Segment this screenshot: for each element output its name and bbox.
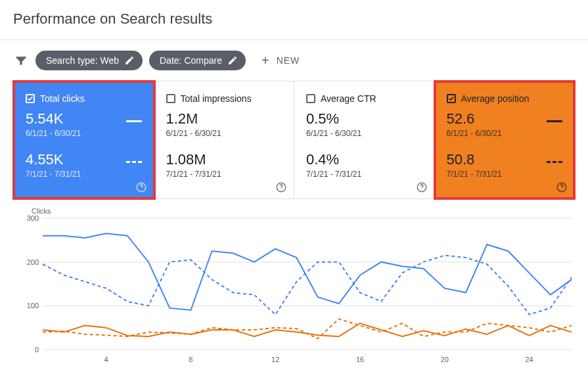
date-range-a: 6/1/21 - 6/30/21 [447,129,502,138]
checkbox-icon[interactable] [306,94,315,103]
svg-text:16: 16 [356,356,364,363]
svg-text:24: 24 [525,356,533,363]
svg-point-3 [281,189,281,190]
svg-text:200: 200 [27,258,39,266]
legend-line-dashed [126,161,142,163]
svg-point-7 [561,189,562,190]
svg-text:8: 8 [189,356,192,363]
help-icon[interactable] [416,181,428,193]
svg-text:20: 20 [441,356,449,363]
metric-card-total-impressions[interactable]: Total impressions1.2M6/1/21 - 6/30/211.0… [154,81,295,198]
metric-card-total-clicks[interactable]: Total clicks5.54K6/1/21 - 6/30/214.55K7/… [14,81,154,198]
date-range-b: 7/1/21 - 7/31/21 [166,170,221,179]
legend-line-solid [547,120,562,122]
metric-label: Total clicks [40,93,85,104]
filter-icon[interactable] [13,53,29,68]
performance-chart: 01002003004812162024 [13,215,575,366]
metric-value-b: 1.08M [166,151,221,168]
checkbox-icon[interactable] [447,94,456,103]
date-compare-chip[interactable]: Date: Compare [149,51,246,70]
date-range-a: 6/1/21 - 6/30/21 [166,129,221,138]
metric-label: Average position [461,93,530,104]
checkbox-icon[interactable] [166,94,175,103]
search-type-chip[interactable]: Search type: Web [35,51,143,70]
metric-value-b: 50.8 [447,151,502,168]
date-range-b: 7/1/21 - 7/31/21 [26,170,81,179]
legend-line-solid [126,120,142,122]
plus-icon: + [261,54,270,67]
metric-label: Total impressions [181,93,252,104]
pencil-icon [227,55,238,66]
svg-text:0: 0 [35,346,39,354]
metric-label: Average CTR [321,93,376,104]
metric-value-a: 52.6 [447,110,502,127]
page-header: Performance on Search results [0,0,588,40]
chip-label: Search type: Web [46,55,119,66]
svg-text:100: 100 [27,302,39,310]
metric-value-b: 0.4% [306,151,361,168]
metric-card-average-ctr[interactable]: Average CTR0.5%6/1/21 - 6/30/210.4%7/1/2… [294,81,435,198]
metric-value-a: 5.54K [26,110,81,127]
legend-line-dashed [547,161,562,163]
metric-cards-row: Total clicks5.54K6/1/21 - 6/30/214.55K7/… [13,81,575,199]
svg-point-5 [421,189,422,190]
chip-label: Date: Compare [160,55,222,66]
chart-wrap: Clicks 01002003004812162024 [13,207,575,366]
metric-card-average-position[interactable]: Average position52.66/1/21 - 6/30/2150.8… [435,81,575,198]
help-icon[interactable] [556,181,568,193]
metric-value-b: 4.55K [26,151,81,168]
help-icon[interactable] [135,181,147,193]
metric-value-a: 1.2M [166,110,221,127]
svg-point-1 [141,189,141,190]
date-range-a: 6/1/21 - 6/30/21 [306,129,361,138]
checkbox-icon[interactable] [26,94,35,103]
help-icon[interactable] [275,181,287,193]
new-label: NEW [277,55,300,66]
svg-text:300: 300 [27,215,39,222]
page-title: Performance on Search results [13,11,575,28]
filter-bar: Search type: Web Date: Compare + NEW [0,40,588,81]
svg-text:4: 4 [104,356,108,363]
metric-value-a: 0.5% [306,110,361,127]
date-range-b: 7/1/21 - 7/31/21 [447,170,502,179]
date-range-a: 6/1/21 - 6/30/21 [26,129,81,138]
y-axis-label: Clicks [32,207,575,215]
new-filter-button[interactable]: + NEW [261,54,300,67]
date-range-b: 7/1/21 - 7/31/21 [306,170,361,179]
pencil-icon [124,55,135,66]
svg-text:12: 12 [271,356,279,363]
